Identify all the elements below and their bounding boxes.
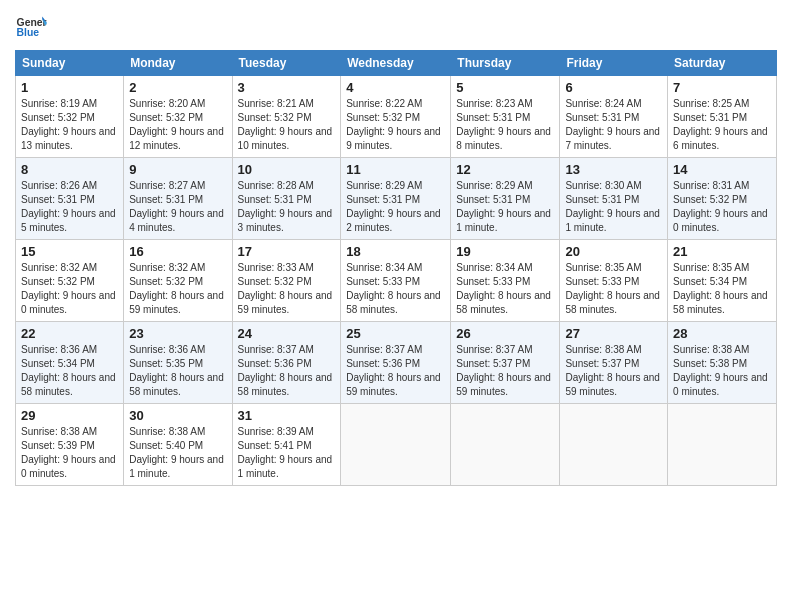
day-number: 28: [673, 326, 771, 341]
day-info: Sunrise: 8:22 AMSunset: 5:32 PMDaylight:…: [346, 97, 445, 153]
table-row: 9Sunrise: 8:27 AMSunset: 5:31 PMDaylight…: [124, 158, 232, 240]
day-number: 18: [346, 244, 445, 259]
table-row: 24Sunrise: 8:37 AMSunset: 5:36 PMDayligh…: [232, 322, 341, 404]
day-info: Sunrise: 8:25 AMSunset: 5:31 PMDaylight:…: [673, 97, 771, 153]
table-row: [668, 404, 777, 486]
day-info: Sunrise: 8:23 AMSunset: 5:31 PMDaylight:…: [456, 97, 554, 153]
day-info: Sunrise: 8:29 AMSunset: 5:31 PMDaylight:…: [456, 179, 554, 235]
table-row: 19Sunrise: 8:34 AMSunset: 5:33 PMDayligh…: [451, 240, 560, 322]
day-number: 4: [346, 80, 445, 95]
day-info: Sunrise: 8:31 AMSunset: 5:32 PMDaylight:…: [673, 179, 771, 235]
day-number: 27: [565, 326, 662, 341]
day-info: Sunrise: 8:29 AMSunset: 5:31 PMDaylight:…: [346, 179, 445, 235]
day-number: 3: [238, 80, 336, 95]
calendar-week-row: 1Sunrise: 8:19 AMSunset: 5:32 PMDaylight…: [16, 76, 777, 158]
table-row: 1Sunrise: 8:19 AMSunset: 5:32 PMDaylight…: [16, 76, 124, 158]
table-row: 26Sunrise: 8:37 AMSunset: 5:37 PMDayligh…: [451, 322, 560, 404]
table-row: 15Sunrise: 8:32 AMSunset: 5:32 PMDayligh…: [16, 240, 124, 322]
day-number: 30: [129, 408, 226, 423]
calendar-week-row: 29Sunrise: 8:38 AMSunset: 5:39 PMDayligh…: [16, 404, 777, 486]
day-info: Sunrise: 8:24 AMSunset: 5:31 PMDaylight:…: [565, 97, 662, 153]
day-info: Sunrise: 8:34 AMSunset: 5:33 PMDaylight:…: [456, 261, 554, 317]
day-info: Sunrise: 8:32 AMSunset: 5:32 PMDaylight:…: [21, 261, 118, 317]
day-info: Sunrise: 8:38 AMSunset: 5:38 PMDaylight:…: [673, 343, 771, 399]
svg-text:Blue: Blue: [17, 27, 40, 38]
col-tuesday: Tuesday: [232, 51, 341, 76]
col-monday: Monday: [124, 51, 232, 76]
logo-icon: General Blue: [15, 10, 47, 42]
day-number: 11: [346, 162, 445, 177]
table-row: 2Sunrise: 8:20 AMSunset: 5:32 PMDaylight…: [124, 76, 232, 158]
day-info: Sunrise: 8:37 AMSunset: 5:36 PMDaylight:…: [238, 343, 336, 399]
calendar-week-row: 15Sunrise: 8:32 AMSunset: 5:32 PMDayligh…: [16, 240, 777, 322]
main-container: General Blue Sunday Monday Tuesday Wedne…: [0, 0, 792, 496]
day-number: 29: [21, 408, 118, 423]
day-info: Sunrise: 8:38 AMSunset: 5:39 PMDaylight:…: [21, 425, 118, 481]
day-number: 1: [21, 80, 118, 95]
day-number: 31: [238, 408, 336, 423]
table-row: 31Sunrise: 8:39 AMSunset: 5:41 PMDayligh…: [232, 404, 341, 486]
table-row: 28Sunrise: 8:38 AMSunset: 5:38 PMDayligh…: [668, 322, 777, 404]
table-row: 16Sunrise: 8:32 AMSunset: 5:32 PMDayligh…: [124, 240, 232, 322]
day-info: Sunrise: 8:36 AMSunset: 5:34 PMDaylight:…: [21, 343, 118, 399]
calendar-week-row: 22Sunrise: 8:36 AMSunset: 5:34 PMDayligh…: [16, 322, 777, 404]
day-number: 25: [346, 326, 445, 341]
day-number: 19: [456, 244, 554, 259]
day-number: 20: [565, 244, 662, 259]
day-info: Sunrise: 8:21 AMSunset: 5:32 PMDaylight:…: [238, 97, 336, 153]
day-number: 15: [21, 244, 118, 259]
day-number: 22: [21, 326, 118, 341]
logo: General Blue: [15, 10, 51, 42]
day-number: 6: [565, 80, 662, 95]
table-row: 22Sunrise: 8:36 AMSunset: 5:34 PMDayligh…: [16, 322, 124, 404]
table-row: 4Sunrise: 8:22 AMSunset: 5:32 PMDaylight…: [341, 76, 451, 158]
day-info: Sunrise: 8:35 AMSunset: 5:34 PMDaylight:…: [673, 261, 771, 317]
day-info: Sunrise: 8:38 AMSunset: 5:40 PMDaylight:…: [129, 425, 226, 481]
table-row: 30Sunrise: 8:38 AMSunset: 5:40 PMDayligh…: [124, 404, 232, 486]
day-info: Sunrise: 8:32 AMSunset: 5:32 PMDaylight:…: [129, 261, 226, 317]
table-row: 29Sunrise: 8:38 AMSunset: 5:39 PMDayligh…: [16, 404, 124, 486]
day-info: Sunrise: 8:37 AMSunset: 5:36 PMDaylight:…: [346, 343, 445, 399]
day-number: 9: [129, 162, 226, 177]
table-row: [341, 404, 451, 486]
table-row: 12Sunrise: 8:29 AMSunset: 5:31 PMDayligh…: [451, 158, 560, 240]
day-number: 10: [238, 162, 336, 177]
day-number: 24: [238, 326, 336, 341]
table-row: 23Sunrise: 8:36 AMSunset: 5:35 PMDayligh…: [124, 322, 232, 404]
day-number: 2: [129, 80, 226, 95]
day-number: 12: [456, 162, 554, 177]
table-row: [560, 404, 668, 486]
table-row: 10Sunrise: 8:28 AMSunset: 5:31 PMDayligh…: [232, 158, 341, 240]
day-info: Sunrise: 8:38 AMSunset: 5:37 PMDaylight:…: [565, 343, 662, 399]
day-info: Sunrise: 8:28 AMSunset: 5:31 PMDaylight:…: [238, 179, 336, 235]
day-info: Sunrise: 8:30 AMSunset: 5:31 PMDaylight:…: [565, 179, 662, 235]
col-sunday: Sunday: [16, 51, 124, 76]
day-number: 23: [129, 326, 226, 341]
day-number: 16: [129, 244, 226, 259]
table-row: 13Sunrise: 8:30 AMSunset: 5:31 PMDayligh…: [560, 158, 668, 240]
calendar: Sunday Monday Tuesday Wednesday Thursday…: [15, 50, 777, 486]
day-info: Sunrise: 8:34 AMSunset: 5:33 PMDaylight:…: [346, 261, 445, 317]
calendar-week-row: 8Sunrise: 8:26 AMSunset: 5:31 PMDaylight…: [16, 158, 777, 240]
table-row: 20Sunrise: 8:35 AMSunset: 5:33 PMDayligh…: [560, 240, 668, 322]
col-friday: Friday: [560, 51, 668, 76]
header: General Blue: [15, 10, 777, 42]
table-row: 11Sunrise: 8:29 AMSunset: 5:31 PMDayligh…: [341, 158, 451, 240]
table-row: 21Sunrise: 8:35 AMSunset: 5:34 PMDayligh…: [668, 240, 777, 322]
table-row: 27Sunrise: 8:38 AMSunset: 5:37 PMDayligh…: [560, 322, 668, 404]
day-info: Sunrise: 8:20 AMSunset: 5:32 PMDaylight:…: [129, 97, 226, 153]
table-row: 8Sunrise: 8:26 AMSunset: 5:31 PMDaylight…: [16, 158, 124, 240]
col-wednesday: Wednesday: [341, 51, 451, 76]
day-number: 21: [673, 244, 771, 259]
day-info: Sunrise: 8:33 AMSunset: 5:32 PMDaylight:…: [238, 261, 336, 317]
day-info: Sunrise: 8:39 AMSunset: 5:41 PMDaylight:…: [238, 425, 336, 481]
day-info: Sunrise: 8:36 AMSunset: 5:35 PMDaylight:…: [129, 343, 226, 399]
day-number: 17: [238, 244, 336, 259]
table-row: 17Sunrise: 8:33 AMSunset: 5:32 PMDayligh…: [232, 240, 341, 322]
calendar-header-row: Sunday Monday Tuesday Wednesday Thursday…: [16, 51, 777, 76]
table-row: 6Sunrise: 8:24 AMSunset: 5:31 PMDaylight…: [560, 76, 668, 158]
table-row: 7Sunrise: 8:25 AMSunset: 5:31 PMDaylight…: [668, 76, 777, 158]
col-saturday: Saturday: [668, 51, 777, 76]
day-number: 5: [456, 80, 554, 95]
table-row: 3Sunrise: 8:21 AMSunset: 5:32 PMDaylight…: [232, 76, 341, 158]
